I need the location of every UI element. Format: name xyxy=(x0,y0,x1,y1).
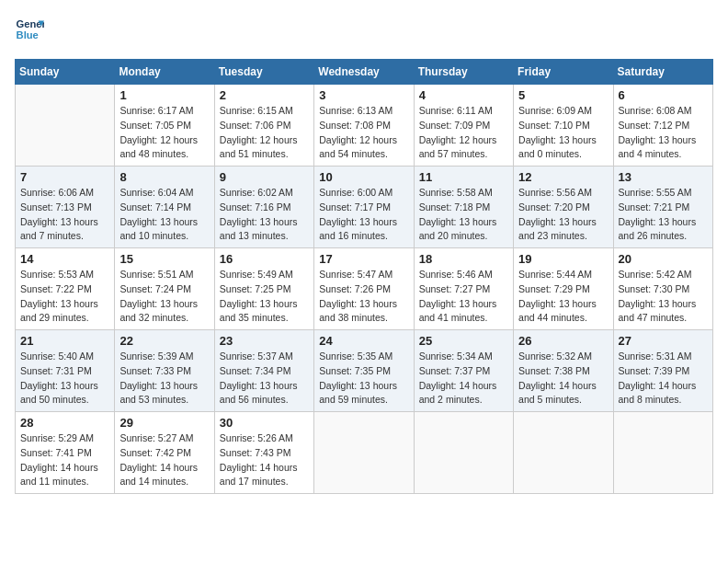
column-header-friday: Friday xyxy=(514,60,613,85)
calendar-cell: 6Sunrise: 6:08 AM Sunset: 7:12 PM Daylig… xyxy=(613,85,712,167)
calendar-body: 1Sunrise: 6:17 AM Sunset: 7:05 PM Daylig… xyxy=(16,85,713,494)
calendar-cell: 1Sunrise: 6:17 AM Sunset: 7:05 PM Daylig… xyxy=(115,85,214,167)
logo: General Blue xyxy=(15,15,44,44)
day-info: Sunrise: 6:00 AM Sunset: 7:17 PM Dayligh… xyxy=(319,186,408,244)
calendar-cell: 27Sunrise: 5:31 AM Sunset: 7:39 PM Dayli… xyxy=(613,330,712,412)
day-number: 10 xyxy=(319,170,408,184)
day-info: Sunrise: 5:29 AM Sunset: 7:41 PM Dayligh… xyxy=(20,431,109,489)
calendar-cell: 19Sunrise: 5:44 AM Sunset: 7:29 PM Dayli… xyxy=(514,248,613,330)
calendar-cell xyxy=(613,412,712,494)
day-info: Sunrise: 6:15 AM Sunset: 7:06 PM Dayligh… xyxy=(220,104,309,162)
day-number: 2 xyxy=(220,88,309,102)
calendar-cell: 30Sunrise: 5:26 AM Sunset: 7:43 PM Dayli… xyxy=(214,412,313,494)
calendar-cell: 15Sunrise: 5:51 AM Sunset: 7:24 PM Dayli… xyxy=(115,248,214,330)
calendar-cell: 28Sunrise: 5:29 AM Sunset: 7:41 PM Dayli… xyxy=(16,412,115,494)
column-header-monday: Monday xyxy=(115,60,214,85)
day-number: 22 xyxy=(119,334,209,348)
svg-text:General: General xyxy=(17,18,44,29)
calendar-cell xyxy=(16,85,115,167)
day-number: 18 xyxy=(419,252,508,266)
day-info: Sunrise: 5:53 AM Sunset: 7:22 PM Dayligh… xyxy=(20,268,109,326)
day-info: Sunrise: 6:13 AM Sunset: 7:08 PM Dayligh… xyxy=(319,104,408,162)
column-header-wednesday: Wednesday xyxy=(314,60,414,85)
calendar-cell: 4Sunrise: 6:11 AM Sunset: 7:09 PM Daylig… xyxy=(414,85,513,167)
day-info: Sunrise: 6:09 AM Sunset: 7:10 PM Dayligh… xyxy=(518,104,608,162)
day-number: 8 xyxy=(119,170,209,184)
column-header-thursday: Thursday xyxy=(414,60,513,85)
day-info: Sunrise: 5:39 AM Sunset: 7:33 PM Dayligh… xyxy=(119,350,209,408)
day-number: 12 xyxy=(518,170,608,184)
day-info: Sunrise: 6:04 AM Sunset: 7:14 PM Dayligh… xyxy=(119,186,209,244)
day-info: Sunrise: 5:51 AM Sunset: 7:24 PM Dayligh… xyxy=(119,268,209,326)
day-number: 1 xyxy=(119,88,209,102)
week-row-5: 28Sunrise: 5:29 AM Sunset: 7:41 PM Dayli… xyxy=(16,412,713,494)
day-info: Sunrise: 5:56 AM Sunset: 7:20 PM Dayligh… xyxy=(518,186,608,244)
day-info: Sunrise: 5:27 AM Sunset: 7:42 PM Dayligh… xyxy=(119,431,209,489)
day-number: 7 xyxy=(20,170,109,184)
day-number: 30 xyxy=(220,416,309,430)
day-number: 20 xyxy=(619,252,708,266)
calendar-cell xyxy=(414,412,513,494)
calendar-cell: 2Sunrise: 6:15 AM Sunset: 7:06 PM Daylig… xyxy=(214,85,313,167)
day-info: Sunrise: 5:49 AM Sunset: 7:25 PM Dayligh… xyxy=(220,268,309,326)
calendar-cell: 16Sunrise: 5:49 AM Sunset: 7:25 PM Dayli… xyxy=(214,248,313,330)
day-info: Sunrise: 5:42 AM Sunset: 7:30 PM Dayligh… xyxy=(619,268,708,326)
day-info: Sunrise: 5:47 AM Sunset: 7:26 PM Dayligh… xyxy=(319,268,408,326)
calendar-cell: 23Sunrise: 5:37 AM Sunset: 7:34 PM Dayli… xyxy=(214,330,313,412)
day-number: 3 xyxy=(319,88,408,102)
day-info: Sunrise: 5:40 AM Sunset: 7:31 PM Dayligh… xyxy=(20,350,109,408)
day-number: 27 xyxy=(619,334,708,348)
day-number: 6 xyxy=(619,88,708,102)
calendar-cell: 22Sunrise: 5:39 AM Sunset: 7:33 PM Dayli… xyxy=(115,330,214,412)
day-info: Sunrise: 5:58 AM Sunset: 7:18 PM Dayligh… xyxy=(419,186,508,244)
calendar-cell xyxy=(514,412,613,494)
day-number: 16 xyxy=(220,252,309,266)
day-info: Sunrise: 5:35 AM Sunset: 7:35 PM Dayligh… xyxy=(319,350,408,408)
day-info: Sunrise: 5:31 AM Sunset: 7:39 PM Dayligh… xyxy=(619,350,708,408)
day-info: Sunrise: 6:06 AM Sunset: 7:13 PM Dayligh… xyxy=(20,186,109,244)
day-info: Sunrise: 6:17 AM Sunset: 7:05 PM Dayligh… xyxy=(119,104,209,162)
calendar-header-row: SundayMondayTuesdayWednesdayThursdayFrid… xyxy=(16,60,713,85)
week-row-3: 14Sunrise: 5:53 AM Sunset: 7:22 PM Dayli… xyxy=(16,248,713,330)
day-number: 29 xyxy=(119,416,209,430)
day-info: Sunrise: 5:32 AM Sunset: 7:38 PM Dayligh… xyxy=(518,350,608,408)
day-info: Sunrise: 5:37 AM Sunset: 7:34 PM Dayligh… xyxy=(220,350,309,408)
calendar-table: SundayMondayTuesdayWednesdayThursdayFrid… xyxy=(15,59,713,494)
day-number: 15 xyxy=(119,252,209,266)
calendar-cell: 29Sunrise: 5:27 AM Sunset: 7:42 PM Dayli… xyxy=(115,412,214,494)
day-number: 21 xyxy=(20,334,109,348)
day-number: 17 xyxy=(319,252,408,266)
calendar-cell: 17Sunrise: 5:47 AM Sunset: 7:26 PM Dayli… xyxy=(314,248,414,330)
calendar-cell: 12Sunrise: 5:56 AM Sunset: 7:20 PM Dayli… xyxy=(514,167,613,248)
logo-icon: General Blue xyxy=(15,15,44,44)
svg-text:Blue: Blue xyxy=(17,29,39,40)
calendar-cell: 7Sunrise: 6:06 AM Sunset: 7:13 PM Daylig… xyxy=(16,167,115,248)
calendar-cell: 8Sunrise: 6:04 AM Sunset: 7:14 PM Daylig… xyxy=(115,167,214,248)
calendar-cell: 10Sunrise: 6:00 AM Sunset: 7:17 PM Dayli… xyxy=(314,167,414,248)
calendar-cell: 24Sunrise: 5:35 AM Sunset: 7:35 PM Dayli… xyxy=(314,330,414,412)
day-number: 25 xyxy=(419,334,508,348)
calendar-cell: 3Sunrise: 6:13 AM Sunset: 7:08 PM Daylig… xyxy=(314,85,414,167)
calendar-cell: 11Sunrise: 5:58 AM Sunset: 7:18 PM Dayli… xyxy=(414,167,513,248)
day-info: Sunrise: 5:34 AM Sunset: 7:37 PM Dayligh… xyxy=(419,350,508,408)
day-number: 19 xyxy=(518,252,608,266)
day-info: Sunrise: 5:44 AM Sunset: 7:29 PM Dayligh… xyxy=(518,268,608,326)
calendar-cell xyxy=(314,412,414,494)
page-header: General Blue xyxy=(15,15,713,44)
calendar-cell: 14Sunrise: 5:53 AM Sunset: 7:22 PM Dayli… xyxy=(16,248,115,330)
calendar-cell: 5Sunrise: 6:09 AM Sunset: 7:10 PM Daylig… xyxy=(514,85,613,167)
calendar-cell: 26Sunrise: 5:32 AM Sunset: 7:38 PM Dayli… xyxy=(514,330,613,412)
day-number: 26 xyxy=(518,334,608,348)
day-info: Sunrise: 6:02 AM Sunset: 7:16 PM Dayligh… xyxy=(220,186,309,244)
calendar-cell: 21Sunrise: 5:40 AM Sunset: 7:31 PM Dayli… xyxy=(16,330,115,412)
week-row-4: 21Sunrise: 5:40 AM Sunset: 7:31 PM Dayli… xyxy=(16,330,713,412)
column-header-sunday: Sunday xyxy=(16,60,115,85)
day-info: Sunrise: 5:46 AM Sunset: 7:27 PM Dayligh… xyxy=(419,268,508,326)
calendar-cell: 18Sunrise: 5:46 AM Sunset: 7:27 PM Dayli… xyxy=(414,248,513,330)
week-row-1: 1Sunrise: 6:17 AM Sunset: 7:05 PM Daylig… xyxy=(16,85,713,167)
calendar-cell: 20Sunrise: 5:42 AM Sunset: 7:30 PM Dayli… xyxy=(613,248,712,330)
day-number: 23 xyxy=(220,334,309,348)
day-info: Sunrise: 6:08 AM Sunset: 7:12 PM Dayligh… xyxy=(619,104,708,162)
day-number: 11 xyxy=(419,170,508,184)
day-info: Sunrise: 5:26 AM Sunset: 7:43 PM Dayligh… xyxy=(220,431,309,489)
